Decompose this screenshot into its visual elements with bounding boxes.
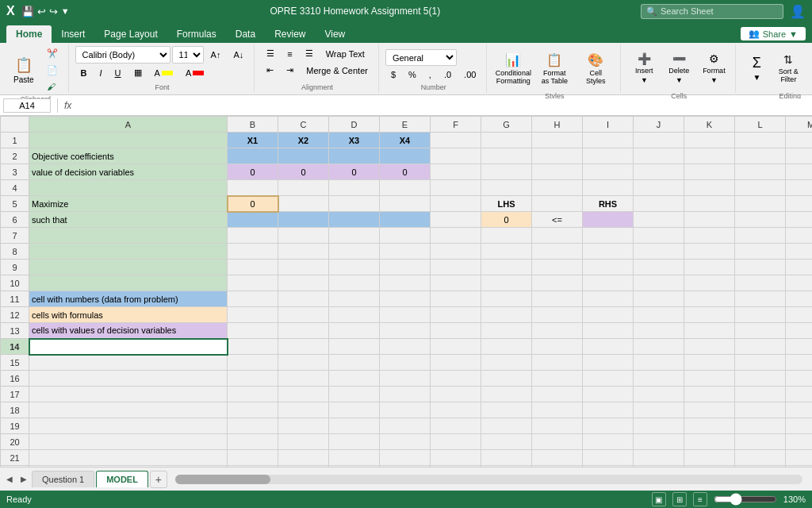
cell-M2[interactable]	[786, 148, 813, 164]
cell-I5[interactable]: RHS	[583, 196, 634, 212]
col-header-K[interactable]: K	[684, 117, 735, 133]
cell-B6[interactable]	[228, 212, 278, 228]
underline-button[interactable]: U	[109, 66, 127, 80]
cell-F5[interactable]	[431, 196, 481, 212]
col-header-C[interactable]: C	[278, 117, 329, 133]
italic-button[interactable]: I	[94, 66, 108, 80]
decrease-decimal-button[interactable]: .0	[439, 67, 457, 82]
cell-G3[interactable]	[481, 164, 532, 180]
cell-B5[interactable]: 0	[228, 196, 278, 212]
cell-A1[interactable]	[29, 133, 228, 148]
cell-D2[interactable]	[329, 148, 380, 164]
cell-B7[interactable]	[228, 228, 278, 244]
col-header-M[interactable]: M	[786, 117, 813, 133]
merge-center-button[interactable]: Merge & Center	[301, 64, 373, 78]
font-color-button[interactable]: A	[180, 66, 209, 80]
cell-M6[interactable]	[786, 212, 813, 228]
find-select-button[interactable]: 🔍 Find & Select	[806, 46, 812, 90]
cell-E1[interactable]: X4	[380, 133, 431, 148]
horizontal-scrollbar[interactable]	[175, 475, 802, 484]
cell-D4[interactable]	[329, 180, 380, 196]
cell-I4[interactable]	[583, 180, 634, 196]
align-center-button[interactable]: ≡	[282, 47, 297, 61]
cell-F6[interactable]	[431, 212, 481, 228]
tab-formulas[interactable]: Formulas	[167, 25, 226, 43]
cell-L3[interactable]	[735, 164, 786, 180]
search-box[interactable]: 🔍 Search Sheet	[641, 4, 783, 19]
col-header-F[interactable]: F	[431, 117, 481, 133]
cell-F3[interactable]	[431, 164, 481, 180]
cell-I6[interactable]	[583, 212, 634, 228]
cell-E4[interactable]	[380, 180, 431, 196]
undo-icon[interactable]: ↩	[37, 6, 46, 17]
cell-E2[interactable]	[380, 148, 431, 164]
cell-B1[interactable]: X1	[228, 133, 278, 148]
increase-decimal-button[interactable]: .00	[458, 67, 481, 82]
tab-view[interactable]: View	[315, 25, 354, 43]
cell-I2[interactable]	[583, 148, 634, 164]
copy-button[interactable]: 📄	[41, 63, 63, 78]
col-header-H[interactable]: H	[532, 117, 583, 133]
cell-M4[interactable]	[786, 180, 813, 196]
cell-G4[interactable]	[481, 180, 532, 196]
redo-icon[interactable]: ↪	[49, 6, 58, 17]
cell-A8[interactable]	[29, 244, 228, 260]
insert-button[interactable]: ➕ Insert ▼	[627, 46, 661, 90]
tab-page-layout[interactable]: Page Layout	[94, 25, 167, 43]
cell-K4[interactable]	[684, 180, 735, 196]
scroll-thumb[interactable]	[175, 475, 270, 484]
cell-J4[interactable]	[634, 180, 684, 196]
page-layout-button[interactable]: ⊞	[672, 492, 687, 506]
cell-E5[interactable]	[380, 196, 431, 212]
cell-A14[interactable]	[29, 339, 228, 355]
cell-F2[interactable]	[431, 148, 481, 164]
cell-D3[interactable]: 0	[329, 164, 380, 180]
sheet-nav-next[interactable]: ▶	[17, 473, 30, 486]
cell-F1[interactable]	[431, 133, 481, 148]
cell-E6[interactable]	[380, 212, 431, 228]
cell-G1[interactable]	[481, 133, 532, 148]
cell-C5[interactable]	[278, 196, 329, 212]
cell-A11[interactable]: cell with numbers (data from problem)	[29, 291, 228, 307]
cell-C3[interactable]: 0	[278, 164, 329, 180]
indent-left-button[interactable]: ⇤	[261, 63, 279, 78]
cell-I1[interactable]	[583, 133, 634, 148]
cell-H5[interactable]	[532, 196, 583, 212]
font-name-selector[interactable]: Calibri (Body)	[75, 46, 170, 64]
share-button[interactable]: 👥 Share ▼	[741, 27, 806, 40]
page-break-button[interactable]: ≡	[693, 492, 707, 506]
cell-A6[interactable]: such that	[29, 212, 228, 228]
cell-H2[interactable]	[532, 148, 583, 164]
format-painter-button[interactable]: 🖌	[41, 79, 63, 94]
col-header-I[interactable]: I	[583, 117, 634, 133]
cell-E3[interactable]: 0	[380, 164, 431, 180]
cell-A13[interactable]: cells with values of decision variables	[29, 323, 228, 339]
cell-K6[interactable]	[684, 212, 735, 228]
formula-input[interactable]	[75, 98, 809, 113]
cell-I3[interactable]	[583, 164, 634, 180]
cell-C6[interactable]	[278, 212, 329, 228]
tab-home[interactable]: Home	[6, 25, 52, 43]
cell-A9[interactable]	[29, 260, 228, 275]
cell-J5[interactable]	[634, 196, 684, 212]
col-header-B[interactable]: B	[228, 117, 278, 133]
cell-F4[interactable]	[431, 180, 481, 196]
cell-J1[interactable]	[634, 133, 684, 148]
format-as-table-button[interactable]: 📋 Format as Table	[534, 46, 574, 90]
cell-L1[interactable]	[735, 133, 786, 148]
cell-H6[interactable]: <=	[532, 212, 583, 228]
cell-D6[interactable]	[329, 212, 380, 228]
add-sheet-button[interactable]: +	[150, 471, 167, 488]
wrap-text-button[interactable]: Wrap Text	[320, 47, 370, 61]
cell-J2[interactable]	[634, 148, 684, 164]
sort-filter-button[interactable]: ⇅ Sort & Filter	[772, 46, 804, 90]
cell-A5[interactable]: Maximize	[29, 196, 228, 212]
cell-K5[interactable]	[684, 196, 735, 212]
increase-font-button[interactable]: A↑	[205, 48, 227, 62]
normal-view-button[interactable]: ▣	[652, 492, 666, 506]
comma-button[interactable]: ,	[423, 67, 437, 82]
format-button[interactable]: ⚙ Format ▼	[697, 46, 730, 90]
cell-J3[interactable]	[634, 164, 684, 180]
col-header-D[interactable]: D	[329, 117, 380, 133]
cell-L5[interactable]	[735, 196, 786, 212]
